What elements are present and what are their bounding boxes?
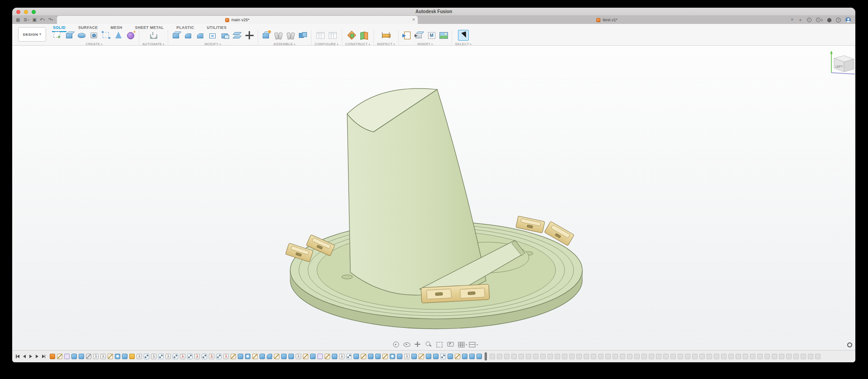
timeline-feature-joint-icon[interactable]	[100, 354, 106, 359]
timeline-feature-dimmed-icon[interactable]	[569, 354, 575, 359]
timeline-feature-dimmed-icon[interactable]	[707, 354, 712, 359]
timeline-feature-dimmed-icon[interactable]	[736, 354, 741, 359]
bolt-hole[interactable]	[342, 275, 353, 279]
pan-icon[interactable]	[414, 342, 421, 347]
timeline-feature-extrude-icon[interactable]	[288, 354, 294, 359]
app-grid-icon[interactable]: ▦	[16, 18, 20, 22]
insert-derive-icon[interactable]	[402, 30, 412, 40]
timeline-feature-dimmed-icon[interactable]	[757, 354, 763, 359]
timeline-feature-dimmed-icon[interactable]	[605, 354, 611, 359]
plane-at-angle-icon[interactable]	[359, 30, 369, 40]
timeline-feature-joint-icon[interactable]	[137, 354, 142, 359]
timeline-feature-pattern-icon[interactable]	[144, 354, 149, 359]
timeline-feature-extrude-icon[interactable]	[469, 354, 475, 359]
canvas-corner-badge[interactable]	[847, 342, 852, 347]
timeline-feature-sketch-icon[interactable]	[303, 354, 308, 359]
step-forward-icon[interactable]	[36, 355, 38, 358]
timeline-feature-dimmed-icon[interactable]	[526, 354, 531, 359]
timeline-feature-dimmed-icon[interactable]	[779, 354, 784, 359]
close-tab-icon[interactable]: ×	[791, 17, 793, 22]
extrude-icon[interactable]	[65, 30, 75, 40]
timeline-feature-extrude-icon[interactable]	[122, 354, 127, 359]
timeline-position-marker[interactable]	[485, 352, 487, 360]
primitive-icon[interactable]	[113, 30, 123, 40]
play-icon[interactable]	[29, 355, 32, 358]
help-icon[interactable]: ?	[836, 18, 841, 23]
document-tab-active[interactable]: main v25* ×	[57, 16, 418, 24]
model-cone[interactable]	[347, 89, 486, 295]
fit-icon[interactable]	[436, 342, 443, 347]
timeline-feature-hole-icon[interactable]	[390, 354, 395, 359]
timeline-feature-joint-icon[interactable]	[165, 354, 171, 359]
grid-snaps-icon[interactable]	[458, 342, 464, 347]
timeline-feature-dimmed-icon[interactable]	[511, 354, 517, 359]
timeline-feature-dimmed-icon[interactable]	[801, 354, 806, 359]
timeline-feature-jointred-icon[interactable]	[223, 354, 229, 359]
display-settings-icon[interactable]	[447, 342, 453, 347]
file-menu-icon[interactable]: 🗎▾	[23, 18, 29, 22]
timeline-feature-dimmed-icon[interactable]	[750, 354, 755, 359]
timeline-feature-jointred-icon[interactable]	[194, 354, 200, 359]
timeline-feature-sketch-icon[interactable]	[274, 354, 279, 359]
hole-icon[interactable]	[89, 30, 99, 40]
timeline-feature-sketch-icon[interactable]	[57, 354, 62, 359]
timeline-feature-pattern-icon[interactable]	[158, 354, 164, 359]
pattern-icon[interactable]	[101, 30, 111, 40]
timeline-feature-dimmed-icon[interactable]	[547, 354, 553, 359]
model-clip-front[interactable]	[421, 284, 490, 303]
timeline-feature-dimmed-icon[interactable]	[743, 354, 748, 359]
configuration-icon[interactable]	[316, 30, 326, 40]
create-form-icon[interactable]	[126, 30, 136, 40]
timeline-feature-pattern-icon[interactable]	[440, 354, 446, 359]
timeline-feature-extrude-icon[interactable]	[79, 354, 84, 359]
timeline-feature-pattern-icon[interactable]	[202, 354, 207, 359]
timeline-feature-sketch-icon[interactable]	[108, 354, 113, 359]
timeline-feature-joint-icon[interactable]	[151, 354, 156, 359]
fillet-icon[interactable]	[184, 30, 193, 40]
job-queue-icon[interactable]: 1	[816, 18, 823, 22]
timeline-feature-dimmed-icon[interactable]	[555, 354, 560, 359]
timeline-feature-joint-icon[interactable]	[339, 354, 344, 359]
timeline-feature-extrude-icon[interactable]	[397, 354, 402, 359]
timeline-feature-joint-icon[interactable]	[296, 354, 301, 359]
timeline-feature-sketch-icon[interactable]	[455, 354, 460, 359]
timeline-feature-extrude-icon[interactable]	[426, 354, 431, 359]
timeline-feature-sketch-icon[interactable]	[361, 354, 366, 359]
viewcube[interactable]: LEFT	[830, 51, 855, 74]
timeline-feature-extrude-icon[interactable]	[281, 354, 287, 359]
timeline-feature-sketch-icon[interactable]	[325, 354, 330, 359]
zoom-icon[interactable]	[425, 342, 432, 347]
timeline-feature-sketch-icon[interactable]	[419, 354, 424, 359]
timeline-feature-extrude-icon[interactable]	[411, 354, 417, 359]
timeline-feature-sketch-icon[interactable]	[252, 354, 258, 359]
user-avatar[interactable]	[845, 17, 851, 23]
timeline-feature-dimmed-icon[interactable]	[497, 354, 502, 359]
timeline-feature-dimmed-icon[interactable]	[663, 354, 669, 359]
timeline-feature-dimmed-icon[interactable]	[490, 354, 495, 359]
workspace-selector-button[interactable]: DESIGN	[18, 27, 46, 42]
as-built-joint-icon[interactable]	[286, 30, 296, 40]
timeline-feature-extrude-icon[interactable]	[476, 354, 482, 359]
timeline-feature-dimmed-icon[interactable]	[808, 354, 813, 359]
timeline-feature-dimmed-icon[interactable]	[598, 354, 604, 359]
create-sketch-icon[interactable]	[52, 30, 62, 40]
timeline-feature-extrude-icon[interactable]	[259, 354, 265, 359]
timeline-feature-dimmed-icon[interactable]	[576, 354, 582, 359]
timeline-feature-extrude-icon[interactable]	[332, 354, 337, 359]
timeline-feature-joint-icon[interactable]	[404, 354, 410, 359]
go-to-end-icon[interactable]	[42, 355, 46, 358]
timeline-feature-sketch-icon[interactable]	[231, 354, 236, 359]
timeline-feature-component-icon[interactable]	[64, 354, 70, 359]
timeline-feature-dimmed-icon[interactable]	[591, 354, 596, 359]
timeline-feature-dimmed-icon[interactable]	[504, 354, 509, 359]
timeline-feature-jointred-icon[interactable]	[180, 354, 185, 359]
timeline-feature-dimmed-icon[interactable]	[714, 354, 719, 359]
timeline-feature-dimmed-icon[interactable]	[540, 354, 546, 359]
timeline-feature-component-icon[interactable]	[317, 354, 323, 359]
timeline-feature-dimmed-icon[interactable]	[815, 354, 821, 359]
timeline-feature-hole-icon[interactable]	[115, 354, 120, 359]
timeline-feature-dimmed-icon[interactable]	[699, 354, 705, 359]
revolve-icon[interactable]	[77, 30, 87, 40]
press-pull-icon[interactable]	[171, 30, 181, 40]
timeline-feature-extrude-icon[interactable]	[448, 354, 453, 359]
